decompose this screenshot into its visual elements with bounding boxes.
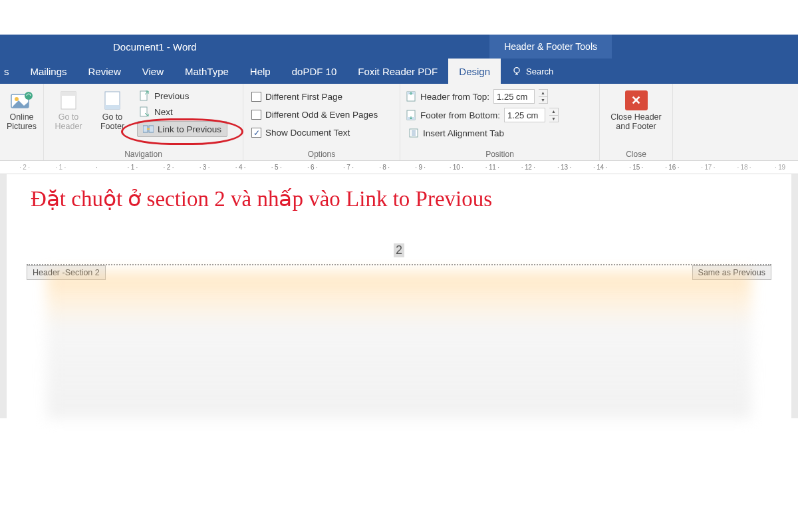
link-to-previous-icon	[143, 124, 154, 134]
svg-point-2	[15, 97, 19, 101]
svg-rect-10	[143, 126, 148, 132]
footer-from-bottom-label: Footer from Bottom:	[420, 110, 500, 120]
document-page[interactable]: Đặt chuột ở section 2 và nhấp vào Link t…	[7, 174, 791, 418]
svg-rect-7	[105, 105, 120, 109]
tab-help[interactable]: Help	[239, 59, 281, 84]
online-pictures-button[interactable]: Online Pictures	[5, 88, 38, 132]
go-to-header-label: Go to Header	[49, 113, 88, 132]
tab-view[interactable]: View	[132, 59, 174, 84]
previous-button[interactable]: Previous	[137, 89, 227, 102]
header-from-top-spinner[interactable]: ▲▼	[539, 89, 548, 104]
ribbon: Online Pictures Go to Header Go to Fo	[0, 84, 798, 161]
annotation-text: Đặt chuột ở section 2 và nhấp vào Link t…	[27, 184, 771, 243]
checkbox-icon	[251, 110, 261, 120]
tab-partial-left[interactable]: s	[0, 59, 20, 84]
different-odd-even-label: Different Odd & Even Pages	[265, 110, 378, 120]
close-header-footer-button[interactable]: ✕ Close Header and Footer	[606, 88, 666, 132]
footer-from-bottom-input[interactable]: 1.25 cm	[504, 108, 545, 122]
tab-dopdf[interactable]: doPDF 10	[281, 59, 348, 84]
next-button[interactable]: Next	[137, 105, 227, 118]
group-label-navigation: Navigation	[49, 148, 237, 159]
show-document-text-checkbox[interactable]: ✓ Show Document Text	[249, 126, 380, 139]
next-label: Next	[154, 107, 173, 117]
insert-alignment-tab-label: Insert Alignment Tab	[423, 128, 504, 138]
header-from-top-input[interactable]: 1.25 cm	[493, 89, 535, 104]
title-bar: Document1 - Word Header & Footer Tools	[0, 35, 798, 59]
go-to-header-button[interactable]: Go to Header	[49, 88, 88, 132]
show-document-text-label: Show Document Text	[265, 128, 350, 138]
go-to-footer-label: Go to Footer	[93, 113, 132, 132]
insert-alignment-tab-button[interactable]: Insert Alignment Tab	[406, 126, 559, 140]
online-pictures-icon	[11, 90, 33, 110]
document-area: Đặt chuột ở section 2 và nhấp vào Link t…	[0, 174, 798, 418]
previous-label: Previous	[154, 91, 190, 101]
insert-alignment-tab-icon	[408, 128, 419, 138]
checkbox-checked-icon: ✓	[251, 128, 261, 138]
tab-foxit[interactable]: Foxit Reader PDF	[347, 59, 448, 84]
header-boundary: Header -Section 2 Same as Previous	[27, 264, 771, 265]
svg-rect-5	[61, 92, 76, 96]
document-title: Document1 - Word	[113, 41, 197, 53]
close-icon: ✕	[625, 90, 648, 110]
svg-rect-11	[149, 126, 154, 132]
go-to-footer-icon	[101, 90, 124, 110]
tab-mathtype[interactable]: MathType	[174, 59, 239, 84]
horizontal-ruler[interactable]: · 2 ·· 1 ··· 1 ·· 2 ·· 3 ·· 4 ·· 5 ·· 6 …	[0, 161, 798, 174]
ribbon-tabs: s Mailings Review View MathType Help doP…	[0, 59, 798, 84]
svg-rect-8	[140, 91, 147, 100]
svg-rect-12	[147, 128, 150, 130]
group-label-insert	[5, 158, 38, 159]
spin-down-icon[interactable]: ▼	[549, 116, 558, 122]
spin-up-icon[interactable]: ▲	[549, 108, 558, 116]
spin-down-icon[interactable]: ▼	[539, 97, 547, 104]
header-from-top-icon	[406, 91, 416, 102]
header-from-top-label: Header from Top:	[420, 92, 489, 102]
footer-from-bottom-icon	[406, 110, 416, 120]
link-to-previous-button[interactable]: Link to Previous	[137, 121, 227, 137]
group-label-close: Close	[605, 148, 667, 159]
different-odd-even-checkbox[interactable]: Different Odd & Even Pages	[249, 108, 380, 121]
lightbulb-icon	[511, 66, 522, 76]
tab-mailings[interactable]: Mailings	[20, 59, 78, 84]
search-label: Search	[526, 66, 553, 76]
svg-rect-9	[140, 107, 147, 116]
contextual-tools-tab: Header & Footer Tools	[489, 35, 612, 59]
checkbox-icon	[251, 92, 261, 102]
footer-from-bottom-spinner[interactable]: ▲▼	[549, 108, 559, 122]
go-to-footer-button[interactable]: Go to Footer	[93, 88, 132, 132]
tell-me-search[interactable]: Search	[501, 59, 564, 84]
svg-point-3	[25, 92, 33, 100]
different-first-page-label: Different First Page	[265, 92, 342, 102]
svg-point-0	[514, 68, 519, 73]
go-to-header-icon	[57, 90, 80, 110]
link-to-previous-label: Link to Previous	[158, 124, 221, 134]
online-pictures-label: Online Pictures	[5, 113, 38, 132]
group-label-options: Options	[249, 148, 394, 159]
different-first-page-checkbox[interactable]: Different First Page	[249, 90, 380, 103]
tab-design[interactable]: Design	[448, 59, 501, 84]
blurred-content	[47, 272, 751, 418]
previous-icon	[140, 90, 150, 101]
close-header-footer-label: Close Header and Footer	[606, 113, 666, 132]
spin-up-icon[interactable]: ▲	[539, 90, 547, 97]
next-icon	[140, 106, 150, 117]
page-number: 2	[394, 243, 404, 257]
group-label-position: Position	[406, 148, 594, 159]
tab-review[interactable]: Review	[78, 59, 132, 84]
